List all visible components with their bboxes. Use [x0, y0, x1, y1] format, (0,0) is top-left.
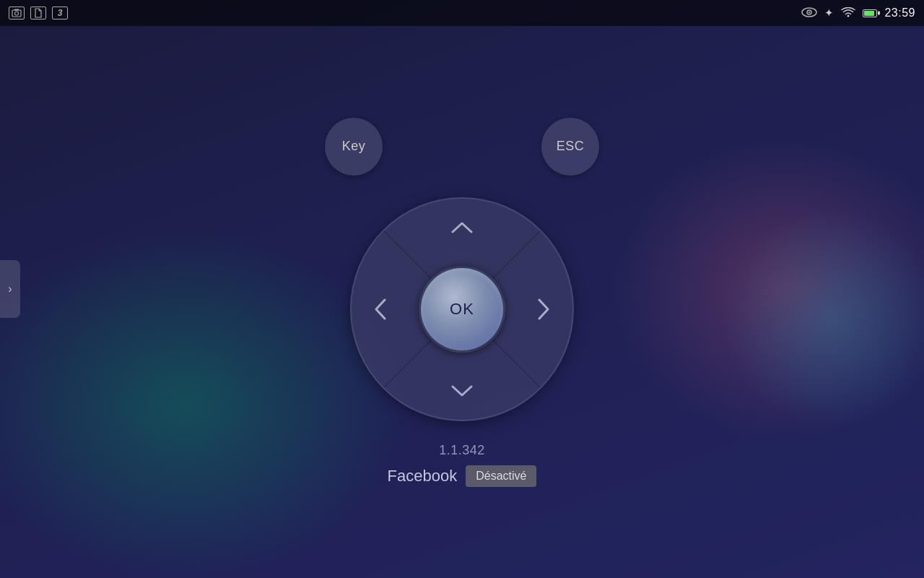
esc-button[interactable]: ESC	[541, 118, 599, 176]
svg-point-5	[808, 11, 810, 12]
battery-icon	[863, 9, 877, 17]
side-tab-arrow: ›	[8, 282, 12, 296]
dpad-container: OK	[350, 197, 574, 421]
status-bar: 3 ✦ 23:59	[0, 0, 924, 26]
status-time: 23:59	[884, 7, 915, 20]
svg-rect-0	[12, 10, 21, 17]
dpad-down-button[interactable]	[446, 375, 478, 407]
status-bar-left: 3	[9, 7, 68, 20]
app-icon-3d: 3	[52, 7, 68, 20]
dpad-right-button[interactable]	[528, 293, 559, 325]
svg-point-1	[15, 12, 19, 15]
version-text: 1.1.342	[439, 443, 485, 458]
dpad-left-button[interactable]	[365, 293, 396, 325]
wifi-icon	[841, 7, 855, 20]
key-button[interactable]: Key	[325, 118, 383, 176]
side-tab[interactable]: ›	[0, 260, 20, 318]
ok-button[interactable]: OK	[419, 266, 505, 353]
main-content: Key ESC	[0, 26, 924, 578]
svg-point-6	[847, 14, 850, 17]
svg-rect-2	[14, 9, 19, 11]
app-icon-file	[30, 7, 46, 20]
app-icon-photo	[9, 7, 25, 20]
status-bar-right: ✦ 23:59	[801, 7, 915, 20]
facebook-row: Facebook Désactivé	[388, 465, 537, 487]
control-buttons-row: Key ESC	[325, 118, 599, 176]
dpad-outer: OK	[350, 197, 574, 421]
eye-icon	[801, 7, 817, 20]
dpad-up-button[interactable]	[446, 212, 478, 243]
desactive-button[interactable]: Désactivé	[466, 465, 536, 487]
bluetooth-icon: ✦	[824, 7, 834, 20]
facebook-label: Facebook	[388, 467, 458, 486]
